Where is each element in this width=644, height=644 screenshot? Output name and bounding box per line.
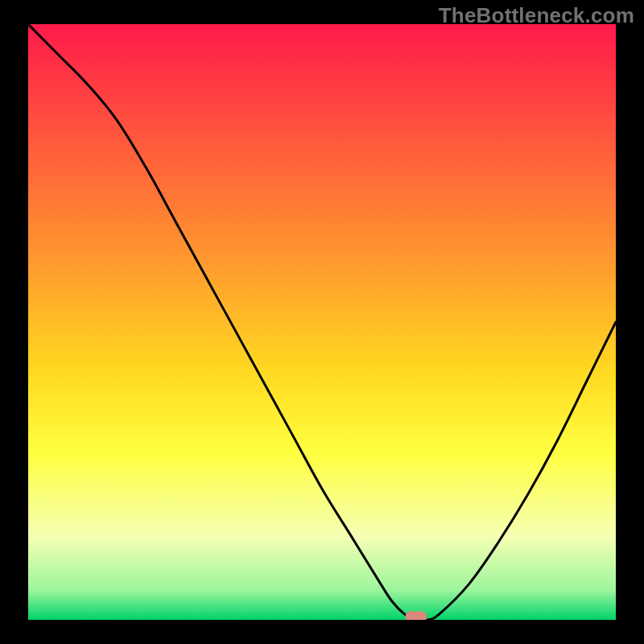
chart-plot-area	[28, 24, 616, 620]
chart-frame: TheBottleneck.com	[0, 0, 644, 644]
chart-minimum-marker	[406, 611, 427, 620]
chart-svg	[28, 24, 616, 620]
chart-background-gradient	[28, 24, 616, 620]
